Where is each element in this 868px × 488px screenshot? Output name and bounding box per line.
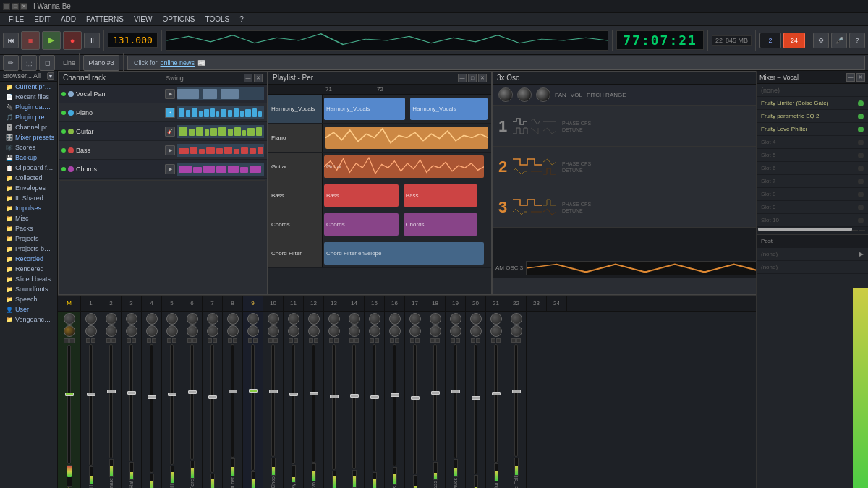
piano-instrument-btn[interactable]: Piano #3 <box>83 55 119 71</box>
mixer-ch-24[interactable]: 24 <box>547 296 567 311</box>
ch8-vol[interactable] <box>227 325 239 337</box>
sidebar-item-10[interactable]: 📁Envelopes <box>0 183 57 193</box>
track-label-chords[interactable]: Chords <box>268 210 323 239</box>
master-vol-knob[interactable] <box>64 325 75 337</box>
pl-close[interactable]: ✕ <box>478 74 487 82</box>
ch5-btn2[interactable] <box>172 338 176 343</box>
play-btn[interactable]: ▶ <box>42 31 61 50</box>
sidebar-item-3[interactable]: 🎵Plugin presets <box>0 112 57 122</box>
menu-options[interactable]: OPTIONS <box>158 14 199 25</box>
ch3-pan[interactable] <box>126 313 137 325</box>
sidebar-item-11[interactable]: 📁IL Shared Data <box>0 193 57 203</box>
ch3-btn1[interactable] <box>127 338 131 343</box>
mixer-ch-17[interactable]: 17 <box>405 296 425 311</box>
ch10-fader[interactable] <box>271 344 275 457</box>
mixer-ch-10[interactable]: 10 <box>263 296 284 311</box>
ch1-handle[interactable] <box>87 393 95 396</box>
ch-pattern-bass[interactable] <box>177 144 264 157</box>
ch4-handle[interactable] <box>148 395 156 399</box>
sidebar-item-23[interactable]: 📁Vengeance samples <box>0 314 57 325</box>
ch4-btn1[interactable] <box>147 338 151 343</box>
mixer-ch-4[interactable]: 4 <box>142 296 162 311</box>
settings-btn[interactable]: ⚙ <box>813 33 829 48</box>
ch14-btn1[interactable] <box>349 338 354 343</box>
ch11-handle[interactable] <box>289 393 298 396</box>
sidebar-item-19[interactable]: 📁Sliced beats <box>0 274 57 284</box>
ch-btn-vocalpan[interactable]: ▶ <box>165 89 175 99</box>
sidebar-item-13[interactable]: 📁Misc <box>0 213 57 223</box>
bpm-display[interactable]: 131.000 <box>108 33 158 48</box>
ch18-handle[interactable] <box>431 391 440 395</box>
ch2-fader[interactable] <box>109 344 113 458</box>
ch15-handle[interactable] <box>370 395 379 399</box>
maximize-btn[interactable]: □ <box>12 3 19 10</box>
ch18-btn1[interactable] <box>430 338 435 343</box>
ch11-btn2[interactable] <box>294 338 298 343</box>
ch7-btn2[interactable] <box>213 338 217 343</box>
cr-minimize[interactable]: — <box>244 74 252 82</box>
ch8-pan[interactable] <box>227 313 239 325</box>
ch7-btn1[interactable] <box>208 338 212 343</box>
track-label-piano[interactable]: Piano <box>268 124 323 152</box>
ch13-btn1[interactable] <box>329 338 333 343</box>
ch1-pan[interactable] <box>85 313 97 325</box>
ch14-btn2[interactable] <box>354 338 359 343</box>
ch11-vol[interactable] <box>288 325 299 337</box>
ch15-btn2[interactable] <box>375 338 379 343</box>
sidebar-item-15[interactable]: 📁Projects <box>0 234 57 244</box>
ch5-btn1[interactable] <box>167 338 171 343</box>
sidebar-item-14[interactable]: 📁Packs <box>0 223 57 234</box>
pm-minimize[interactable]: — <box>846 73 855 82</box>
track-block-guitar[interactable]: Guitar <box>324 155 484 178</box>
pl-maximize[interactable]: □ <box>468 74 477 82</box>
mixer-ch-18[interactable]: 18 <box>425 296 446 311</box>
ch-led-bass[interactable] <box>61 148 66 153</box>
track-content-chordfilter[interactable]: Chord Filter envelope <box>323 239 491 267</box>
ch17-btn1[interactable] <box>410 338 414 343</box>
plugin-8-indicator[interactable] <box>858 192 864 197</box>
plugin-5-indicator[interactable] <box>858 153 864 158</box>
minimize-btn[interactable]: — <box>3 3 10 10</box>
mixer-ch-20[interactable]: 20 <box>466 296 486 311</box>
pause-btn[interactable]: ⏸ <box>84 33 100 48</box>
mixer-ch-5[interactable]: 5 <box>162 296 182 311</box>
track-block-harmony2[interactable]: Harmony_Vocals <box>410 98 488 120</box>
ch18-btn2[interactable] <box>435 338 440 343</box>
sidebar-item-16[interactable]: 📁Projects bones <box>0 244 57 254</box>
ch11-pan[interactable] <box>288 313 299 325</box>
plugin-2-indicator[interactable] <box>858 114 864 119</box>
ch16-vol[interactable] <box>389 325 401 337</box>
ch7-handle[interactable] <box>208 395 217 399</box>
ch17-handle[interactable] <box>411 396 420 400</box>
plugin-9-indicator[interactable] <box>858 205 864 210</box>
ch19-btn1[interactable] <box>451 338 455 343</box>
ch22-pan[interactable] <box>511 313 522 325</box>
menu-patterns[interactable]: PATTERNS <box>82 14 128 25</box>
plugin-slot-5[interactable]: Slot 5 <box>757 149 868 162</box>
ch-btn-piano[interactable]: 3 <box>165 108 175 118</box>
mixer-ch-9[interactable]: 9 <box>243 296 263 311</box>
ch5-handle[interactable] <box>168 393 176 396</box>
pm-close[interactable]: ✕ <box>856 73 865 82</box>
track-label-bass[interactable]: Bass <box>268 181 323 210</box>
close-btn[interactable]: ✕ <box>20 3 27 10</box>
ch13-fader[interactable] <box>332 344 336 470</box>
sidebar-item-18[interactable]: 📁Rendered <box>0 264 57 274</box>
master-pan-knob[interactable] <box>64 313 75 325</box>
ch20-pan[interactable] <box>470 313 482 325</box>
ch14-handle[interactable] <box>350 394 359 398</box>
ch10-pan[interactable] <box>268 313 279 325</box>
track-block-bass1[interactable]: Bass <box>324 184 399 207</box>
ch2-pan[interactable] <box>106 313 117 325</box>
mixer-ch-8[interactable]: 8 <box>223 296 243 311</box>
ch6-pan[interactable] <box>187 313 198 325</box>
post-slot-1[interactable]: (none) ▶ <box>757 248 868 261</box>
ch20-vol[interactable] <box>470 325 482 337</box>
ch17-vol[interactable] <box>409 325 421 337</box>
post-slot-2[interactable]: (none) <box>757 261 868 274</box>
mixer-ch-12[interactable]: 12 <box>304 296 324 311</box>
ch9-fader[interactable] <box>251 344 255 471</box>
erase-btn[interactable]: ◻ <box>39 55 55 71</box>
sidebar-item-17[interactable]: 📁Recorded <box>0 254 57 264</box>
sidebar-item-21[interactable]: 📁Speech <box>0 294 57 304</box>
